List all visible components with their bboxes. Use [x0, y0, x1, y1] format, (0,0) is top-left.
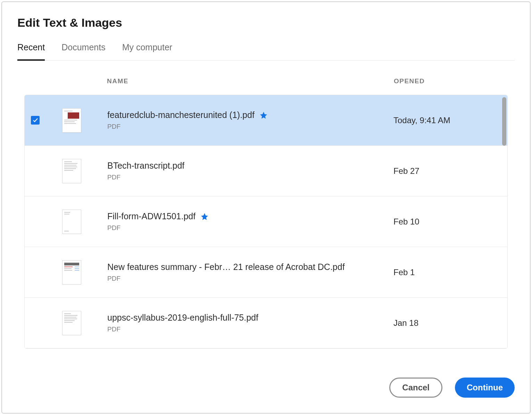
file-opened: Feb 1: [393, 268, 415, 277]
star-icon[interactable]: [259, 111, 268, 119]
checkbox-checked-icon[interactable]: [31, 116, 40, 125]
dialog-footer: Cancel Continue: [17, 378, 515, 398]
file-type: PDF: [107, 325, 393, 333]
tab-my-computer[interactable]: My computer: [122, 42, 172, 61]
file-row[interactable]: uppsc-syllabus-2019-english-full-75.pdf …: [25, 298, 507, 348]
tab-recent[interactable]: Recent: [17, 42, 45, 61]
file-list: featuredclub-manchesterunited (1).pdf PD…: [24, 95, 508, 349]
source-tabs: Recent Documents My computer: [17, 42, 515, 61]
table-header-row: NAME OPENED: [24, 77, 508, 95]
file-row[interactable]: New features summary - Febr… 21 release …: [25, 247, 507, 298]
file-table: NAME OPENED: [17, 77, 515, 359]
file-thumbnail-icon: [62, 210, 81, 234]
file-type: PDF: [107, 123, 393, 130]
cancel-button[interactable]: Cancel: [389, 378, 442, 398]
file-type: PDF: [107, 275, 393, 282]
file-name: BTech-transcript.pdf: [107, 161, 184, 171]
file-type: PDF: [107, 173, 393, 181]
file-row[interactable]: BTech-transcript.pdf PDF Feb 27: [25, 146, 507, 196]
file-picker-dialog: Edit Text & Images Recent Documents My c…: [1, 1, 531, 414]
file-opened: Feb 10: [393, 217, 419, 226]
file-type: PDF: [107, 224, 393, 232]
continue-button[interactable]: Continue: [455, 378, 515, 398]
file-opened: Feb 27: [393, 166, 419, 176]
file-name: New features summary - Febr… 21 release …: [107, 262, 345, 272]
star-icon[interactable]: [200, 212, 209, 221]
file-name: featuredclub-manchesterunited (1).pdf: [107, 110, 255, 120]
tab-documents[interactable]: Documents: [61, 42, 105, 61]
file-thumbnail-icon: [62, 159, 81, 183]
file-thumbnail-icon: [62, 260, 81, 285]
column-header-name[interactable]: NAME: [107, 77, 128, 85]
file-thumbnail-icon: [62, 311, 81, 335]
file-name: uppsc-syllabus-2019-english-full-75.pdf: [107, 313, 258, 323]
file-thumbnail-icon: [62, 108, 81, 133]
file-row[interactable]: featuredclub-manchesterunited (1).pdf PD…: [25, 95, 507, 146]
dialog-title: Edit Text & Images: [17, 16, 515, 29]
file-opened: Today, 9:41 AM: [393, 116, 450, 125]
file-name: Fill-form-ADW1501.pdf: [107, 211, 196, 221]
scrollbar-thumb[interactable]: [502, 97, 506, 146]
file-row[interactable]: Fill-form-ADW1501.pdf PDF Feb 10: [25, 196, 507, 247]
column-header-opened[interactable]: OPENED: [394, 77, 425, 85]
file-opened: Jan 18: [393, 318, 418, 328]
